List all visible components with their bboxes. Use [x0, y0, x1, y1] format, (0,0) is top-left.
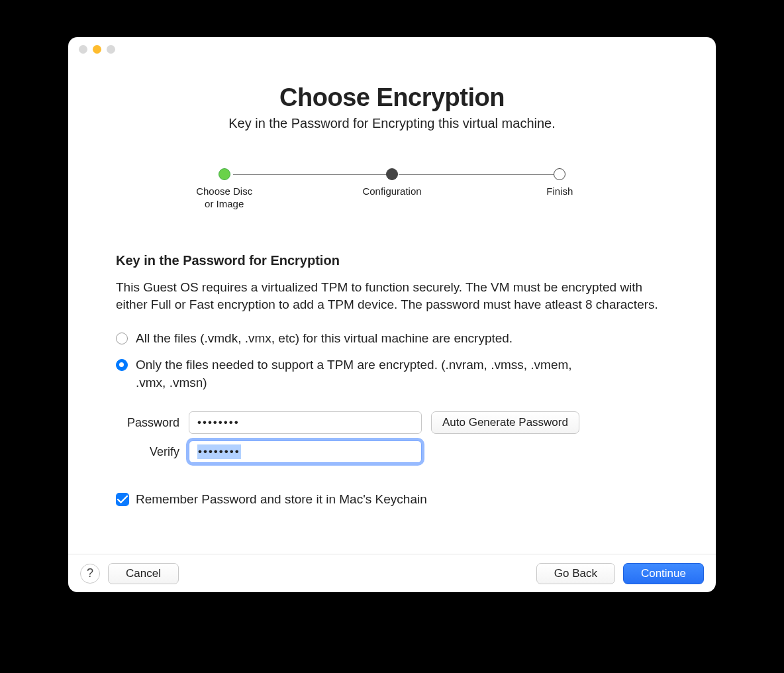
help-button[interactable]: ?: [80, 564, 100, 584]
radio-label: Only the files needed to support a TPM a…: [136, 356, 599, 391]
verify-value: ••••••••: [197, 444, 241, 459]
zoom-icon[interactable]: [107, 45, 115, 54]
section-heading: Key in the Password for Encryption: [116, 253, 668, 268]
go-back-button[interactable]: Go Back: [536, 563, 615, 584]
step-label: Finish: [546, 185, 573, 198]
content: Choose Encryption Key in the Password fo…: [68, 61, 716, 554]
radio-icon: [116, 333, 128, 344]
step-configuration: Configuration: [348, 168, 436, 198]
page-title: Choose Encryption: [116, 83, 668, 112]
heading: Choose Encryption Key in the Password fo…: [116, 83, 668, 131]
step-label: Configuration: [362, 185, 421, 198]
checkbox-icon: [116, 493, 129, 506]
radio-fast-encryption[interactable]: Only the files needed to support a TPM a…: [116, 356, 668, 391]
radio-label: All the files (.vmdk, .vmx, etc) for thi…: [136, 330, 513, 348]
page-subtitle: Key in the Password for Encrypting this …: [116, 116, 668, 131]
encryption-section: Key in the Password for Encryption This …: [116, 253, 668, 507]
radio-full-encryption[interactable]: All the files (.vmdk, .vmx, etc) for thi…: [116, 330, 668, 348]
remember-label: Remember Password and store it in Mac's …: [136, 492, 427, 507]
verify-row: Verify ••••••••: [116, 440, 668, 463]
stepper-line: [233, 174, 392, 175]
titlebar: [68, 37, 716, 61]
verify-input[interactable]: ••••••••: [189, 440, 422, 463]
section-description: This Guest OS requires a virtualized TPM…: [116, 279, 659, 314]
password-row: Password •••••••• Auto Generate Password: [116, 411, 668, 434]
password-fields: Password •••••••• Auto Generate Password…: [116, 411, 668, 463]
minimize-icon[interactable]: [93, 45, 101, 54]
password-label: Password: [116, 416, 179, 430]
encryption-options: All the files (.vmdk, .vmx, etc) for thi…: [116, 330, 668, 392]
radio-icon: [116, 359, 128, 371]
step-dot-icon: [219, 168, 230, 180]
auto-generate-button[interactable]: Auto Generate Password: [431, 411, 579, 434]
cancel-button[interactable]: Cancel: [108, 563, 179, 584]
verify-label: Verify: [116, 445, 179, 459]
stepper-line: [399, 174, 558, 175]
wizard-stepper: Choose Disc or Image Configuration Finis…: [180, 168, 604, 211]
step-finish: Finish: [516, 168, 604, 198]
step-dot-icon: [386, 168, 398, 180]
dialog-window: Choose Encryption Key in the Password fo…: [68, 37, 716, 592]
password-input[interactable]: ••••••••: [189, 411, 422, 434]
password-value: ••••••••: [197, 416, 240, 429]
remember-password-row[interactable]: Remember Password and store it in Mac's …: [116, 492, 668, 507]
step-dot-icon: [554, 168, 565, 180]
continue-button[interactable]: Continue: [623, 563, 704, 584]
step-label: Choose Disc or Image: [196, 185, 252, 211]
footer: ? Cancel Go Back Continue: [68, 554, 716, 592]
close-icon[interactable]: [79, 45, 87, 54]
